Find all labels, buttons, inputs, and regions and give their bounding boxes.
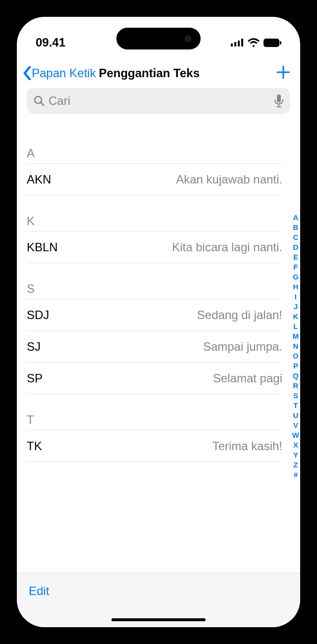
list-item[interactable]: SJSampai jumpa. — [27, 331, 282, 363]
index-letter[interactable]: V — [293, 420, 298, 430]
svg-rect-0 — [231, 44, 233, 46]
microphone-icon[interactable] — [274, 94, 283, 107]
index-letter[interactable]: L — [293, 322, 298, 331]
svg-rect-5 — [280, 41, 281, 45]
section-header: S — [27, 263, 282, 299]
status-time: 09.41 — [36, 36, 65, 49]
search-placeholder: Cari — [49, 94, 270, 108]
svg-rect-1 — [234, 42, 236, 46]
search-input[interactable]: Cari — [27, 88, 290, 114]
svg-rect-3 — [241, 39, 243, 46]
index-letter[interactable]: Q — [293, 371, 299, 381]
dynamic-island — [116, 28, 201, 49]
phrase-text: Sedang di jalan! — [197, 308, 282, 322]
nav-bar: Papan Ketik Penggantian Teks — [17, 60, 300, 88]
shortcut-text: SDJ — [27, 308, 49, 322]
index-letter[interactable]: H — [293, 282, 298, 292]
index-letter[interactable]: K — [293, 312, 298, 322]
index-letter[interactable]: D — [293, 242, 298, 252]
index-letter[interactable]: P — [293, 361, 298, 371]
section-header: T — [27, 394, 282, 430]
list-item[interactable]: KBLNKita bicara lagi nanti. — [27, 231, 282, 263]
page-title: Penggantian Teks — [99, 66, 200, 80]
plus-icon — [276, 65, 290, 79]
phone-frame: 09.41 Papan Ketik Penggantian Teks Cari — [10, 10, 307, 634]
index-letter[interactable]: F — [293, 262, 298, 272]
index-letter[interactable]: R — [293, 381, 298, 391]
index-letter[interactable]: # — [294, 470, 298, 480]
index-letter[interactable]: U — [293, 411, 298, 420]
index-letter[interactable]: E — [293, 252, 298, 262]
shortcut-text: KBLN — [27, 240, 58, 254]
index-letter[interactable]: Z — [293, 460, 298, 470]
nav-left: Papan Ketik Penggantian Teks — [23, 66, 200, 80]
index-letter[interactable]: C — [293, 232, 298, 242]
index-letter[interactable]: B — [293, 223, 298, 232]
shortcut-text: TK — [27, 439, 42, 453]
index-letter[interactable]: G — [293, 272, 299, 282]
status-icons — [231, 38, 281, 47]
phrase-text: Kita bicara lagi nanti. — [172, 240, 282, 254]
index-letter[interactable]: J — [294, 302, 298, 312]
bottom-spacer — [17, 608, 300, 627]
section-header: K — [27, 195, 282, 231]
list-item[interactable]: SDJSedang di jalan! — [27, 299, 282, 331]
chevron-left-icon — [23, 66, 32, 80]
index-letter[interactable]: O — [293, 351, 299, 361]
section-header: A — [27, 120, 282, 164]
add-button[interactable] — [276, 65, 290, 81]
shortcut-text: SP — [27, 371, 43, 385]
bottom-toolbar: Edit — [17, 573, 300, 608]
svg-rect-2 — [238, 41, 240, 46]
index-letter[interactable]: N — [293, 341, 298, 351]
index-letter[interactable]: X — [293, 440, 298, 450]
index-letter[interactable]: Y — [293, 450, 298, 460]
index-letter[interactable]: I — [295, 292, 297, 302]
replacement-list[interactable]: AAKNAkan kujawab nanti.KKBLNKita bicara … — [17, 120, 300, 462]
back-button[interactable]: Papan Ketik — [23, 66, 96, 80]
shortcut-text: AKN — [27, 173, 51, 186]
wifi-icon — [248, 38, 260, 47]
list-item[interactable]: TKTerima kasih! — [27, 430, 282, 462]
svg-rect-7 — [277, 94, 281, 102]
battery-icon — [264, 39, 281, 47]
edit-button[interactable]: Edit — [29, 584, 49, 598]
index-letter[interactable]: A — [293, 213, 298, 223]
search-icon — [34, 95, 45, 106]
shortcut-text: SJ — [27, 340, 41, 354]
list-item[interactable]: SPSelamat pagi — [27, 363, 282, 394]
back-label: Papan Ketik — [32, 66, 96, 80]
content-area: AAKNAkan kujawab nanti.KKBLNKita bicara … — [17, 120, 300, 573]
phrase-text: Akan kujawab nanti. — [176, 173, 282, 186]
phrase-text: Terima kasih! — [212, 439, 282, 453]
home-indicator[interactable] — [111, 618, 206, 621]
list-item[interactable]: AKNAkan kujawab nanti. — [27, 164, 282, 195]
phrase-text: Sampai jumpa. — [203, 340, 282, 354]
svg-rect-4 — [264, 39, 279, 47]
index-letter[interactable]: W — [292, 430, 299, 440]
phrase-text: Selamat pagi — [213, 371, 282, 385]
index-letter[interactable]: S — [293, 391, 298, 401]
index-letter[interactable]: M — [293, 331, 299, 341]
alphabet-index[interactable]: ABCDEFGHIJKLMNOPQRSTUVWXYZ# — [292, 213, 299, 480]
cellular-icon — [231, 39, 244, 46]
screen: 09.41 Papan Ketik Penggantian Teks Cari — [17, 17, 300, 627]
index-letter[interactable]: T — [293, 401, 298, 411]
